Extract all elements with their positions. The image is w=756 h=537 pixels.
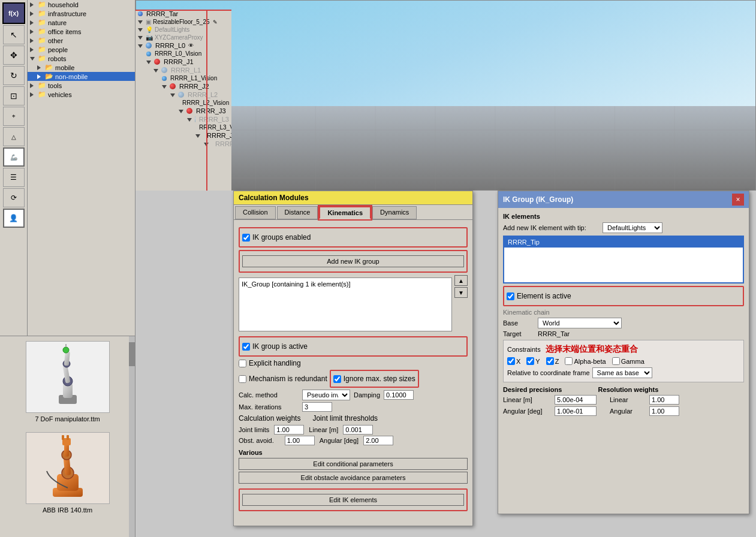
relative-to-dropdown[interactable]: Same as base [592,367,652,378]
max-iterations-input[interactable] [302,402,332,412]
constraint-x-checkbox[interactable] [507,357,515,365]
ik-groups-enabled-checkbox[interactable] [242,234,250,242]
tree-item-people[interactable]: 📁 people [28,45,135,54]
base-dropdown[interactable]: World [538,318,622,328]
tree-item-office-items[interactable]: 📁 office items [28,27,135,36]
scene-rrrr-tar[interactable]: RRRR_Tar [135,10,231,18]
office-items-label: office items [48,28,81,35]
ik-list-item-rrrr-tip[interactable]: RRRR_Tip [504,237,743,248]
tree-item-nature[interactable]: 📁 nature [28,18,135,27]
mechanism-redundant-checkbox[interactable] [239,375,246,383]
scene-floor[interactable]: ▣ ResizableFloor_5_25 ✎ [135,18,231,26]
add-new-ik-group-button[interactable]: Add new IK group [242,255,464,267]
scene-rrrr-l2-vision[interactable]: RRRR_L2_Vision [135,99,231,107]
angular-deg-input[interactable] [363,436,393,445]
thumbnail-abb[interactable]: ABB IRB 140.ttm [0,427,135,518]
tab-collision[interactable]: Collision [235,206,276,219]
rotate-button[interactable]: ↻ [3,66,25,85]
element-active-label: Element is active [517,292,571,300]
tree-item-vehicles[interactable]: 📁 vehicles [28,90,135,99]
ik-group-text-box[interactable]: IK_Group [containing 1 ik element(s)] [239,277,452,331]
ik-group-active-checkbox[interactable] [242,343,250,351]
scene-rrrr-l3-vision[interactable]: RRRR_L3_Vision [135,123,231,131]
linear-m-input[interactable] [343,425,373,435]
joint-limits-input[interactable] [274,425,304,435]
scene-rrrr-l4[interactable]: RRRR_L4 [135,140,231,148]
desired-precisions-label: Desired precisions [503,386,562,393]
obst-avoid-input[interactable] [285,436,315,445]
ik-button[interactable]: 🦾 [3,147,25,167]
snap-button[interactable]: ⌖ [3,107,25,126]
fx-button[interactable]: f(x) [2,2,25,24]
target-value: RRRR_Tar [538,330,570,337]
tree-item-tools[interactable]: 📁 tools [28,81,135,90]
scene-camera[interactable]: 📷 XYZCameraProxy [135,34,231,41]
ik-group-up-button[interactable]: ▲ [454,275,468,286]
element-active-checkbox[interactable] [507,292,514,300]
edit-conditional-button[interactable]: Edit conditional parameters [239,458,468,470]
edit-ik-elements-button[interactable]: Edit IK elements [242,494,464,506]
triangle-button[interactable]: △ [3,127,25,146]
scene-rrrr-l1[interactable]: RRRR_L1 [135,66,231,74]
ik-elements-header: IK elements [503,213,744,220]
tree-item-infrastructure[interactable]: 📁 infrastructure [28,9,135,18]
scene-rrrr-j4[interactable]: RRRR_J4 [135,131,231,140]
tree-item-household[interactable]: 📁 household [28,0,135,9]
l1-label: RRRR_L1 [171,67,201,74]
floor-expand [138,19,143,25]
linear-res-input[interactable] [649,395,679,405]
scene-rrrr-j2[interactable]: RRRR_J2 [135,82,231,90]
thumbnail-scrollbar-handle[interactable] [129,342,135,366]
mobile-folder-icon: 📂 [45,64,53,71]
move-button[interactable]: ✥ [3,46,25,65]
mechanism-redundant-row: Mechanism is redundant Ignore max. step … [239,370,468,388]
mobile-label: mobile [55,64,74,71]
rrrr-l0-expand [138,43,143,49]
tree-item-other[interactable]: 📁 other [28,36,135,45]
ignore-max-step-checkbox[interactable] [333,375,341,383]
cursor-button[interactable]: ↖ [3,25,25,44]
ik-dialog-close-button[interactable]: × [732,194,744,206]
scene-lights[interactable]: 💡 DefaultLights [135,26,231,34]
ik-list-box[interactable]: RRRR_Tip [503,236,744,283]
path-button[interactable]: ⟳ [3,188,25,207]
scale-button[interactable]: ⊡ [3,86,25,105]
constraints-chinese-text: 选择末端位置和姿态重合 [546,344,638,355]
users-button[interactable]: 👤 [3,209,25,228]
tab-dynamics[interactable]: Dynamics [372,206,417,219]
constraint-alpha-beta-checkbox[interactable] [565,357,573,365]
scene-rrrr-l0-vision[interactable]: RRRR_L0_Vision [135,50,231,58]
angular-res-input[interactable] [649,406,679,416]
scene-rrrr-j3[interactable]: RRRR_J3 [135,107,231,115]
household-expand [30,2,36,8]
tab-distance[interactable]: Distance [277,206,318,219]
ik-group-down-button[interactable]: ▼ [454,287,468,298]
scene-rrrr-j1[interactable]: RRRR_J1 [135,58,231,66]
angular-prec-input[interactable] [555,406,597,416]
thumbnail-scrollbar[interactable] [129,336,135,537]
tree-item-non-mobile[interactable]: 📂 non-mobile [28,72,135,81]
tree-item-mobile[interactable]: 📂 mobile [28,63,135,72]
constraint-y-checkbox[interactable] [526,357,534,365]
scene-rrrr-l1-vision[interactable]: RRRR_L1_Vision [135,74,231,82]
constraint-z-checkbox[interactable] [546,357,554,365]
damping-input[interactable] [384,390,414,400]
thumbnail-7dof[interactable]: 7 DoF manipulator.ttm [0,336,135,427]
rrrr-tar-icon [138,11,143,16]
scene-rrrr-l3[interactable]: RRRR_L3 [135,115,231,123]
constraint-gamma-checkbox[interactable] [612,357,620,365]
scene-rrrr-l0[interactable]: RRRR_L0 👁 [135,41,231,50]
j2-label: RRRR_J2 [179,83,209,90]
layers-button[interactable]: ☰ [3,168,25,187]
max-iterations-row: Max. iterations [239,402,468,412]
explicit-handling-checkbox[interactable] [239,360,246,367]
target-row: Target RRRR_Tar [503,330,744,337]
edit-obstacle-button[interactable]: Edit obstacle avoidance parameters [239,472,468,484]
calc-method-select[interactable]: Pseudo inv [302,390,350,400]
ik-tip-dropdown[interactable]: DefaultLights [603,222,662,233]
rrrr-l0-label: RRRR_L0 [155,42,185,49]
scene-rrrr-l2[interactable]: RRRR_L2 [135,90,231,99]
tree-item-robots[interactable]: 📁 robots [28,54,135,63]
tab-kinematics[interactable]: Kinematics [319,206,371,219]
linear-prec-input[interactable] [555,395,597,405]
